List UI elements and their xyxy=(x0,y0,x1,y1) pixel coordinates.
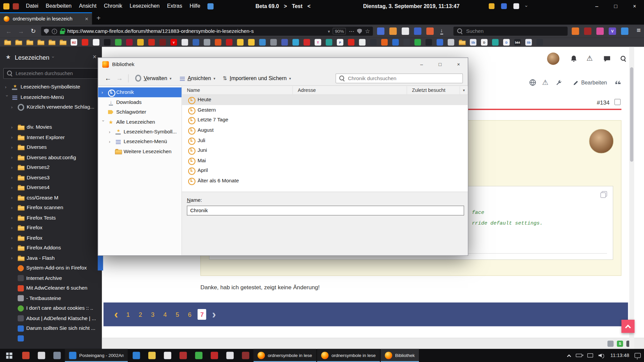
library-tree-item[interactable]: › Lesezeichen-Symboll... xyxy=(98,127,182,136)
extension-icon[interactable] xyxy=(572,27,579,35)
bookmark-toolbar-icon[interactable] xyxy=(370,39,377,46)
bookmark-toolbar-icon[interactable] xyxy=(426,39,432,46)
sidebar-bookmark-item[interactable]: System-Add-ons in Firefox xyxy=(0,263,101,273)
column-visited[interactable]: Zuletzt besucht xyxy=(407,86,460,94)
pagination-page[interactable]: 2 xyxy=(136,309,145,320)
sidebar-bookmark-item[interactable]: › Firefox Tests xyxy=(0,213,101,223)
menubar-menu[interactable]: Hilfe xyxy=(186,0,204,12)
chat-icon[interactable] xyxy=(603,55,611,63)
library-forward-button[interactable]: → xyxy=(115,74,124,82)
warning-icon[interactable]: ⚠ xyxy=(542,79,548,86)
bell-icon[interactable] xyxy=(570,55,578,63)
history-group-row[interactable]: Gestern xyxy=(182,105,468,115)
search-input[interactable] xyxy=(466,28,565,34)
bookmark-toolbar-icon[interactable]: V xyxy=(170,39,177,46)
library-tree-item[interactable]: Downloads xyxy=(98,97,182,107)
globe-icon[interactable] xyxy=(529,79,536,88)
bookmark-toolbar-icon[interactable] xyxy=(26,39,33,46)
extension-icon[interactable] xyxy=(377,27,384,35)
url-bar[interactable]: i https://www.camp-firefox.de/forum/them… xyxy=(41,27,373,36)
url-dropdown-icon[interactable]: ▾ xyxy=(328,29,330,33)
library-search[interactable] xyxy=(335,73,463,83)
zoom-level[interactable]: 90% xyxy=(333,28,346,35)
sidebar-bookmark-item[interactable]: I don't care about cookies :: .. xyxy=(0,303,101,313)
taskbar-item[interactable]: ordnersymbole in lese... xyxy=(254,349,316,362)
status-icon[interactable] xyxy=(607,341,613,347)
library-tree-item[interactable]: › Chronik xyxy=(98,87,182,97)
expand-chevron-icon[interactable]: › xyxy=(109,139,113,144)
wrench-icon[interactable] xyxy=(555,79,562,88)
pocket-shield-icon[interactable] xyxy=(357,28,362,34)
extension-icon[interactable] xyxy=(596,27,604,35)
bookmark-toolbar-icon[interactable] xyxy=(448,39,454,46)
sidebar-bookmark-item[interactable]: › Diverses xyxy=(0,142,101,153)
next-page-icon[interactable]: › xyxy=(212,309,216,320)
titlebar-extension-icon[interactable] xyxy=(489,3,494,9)
quote-icon[interactable] xyxy=(614,79,621,87)
extension-icon[interactable] xyxy=(426,27,434,35)
bookmark-star-icon[interactable]: ☆ xyxy=(365,28,370,35)
taskbar-item[interactable] xyxy=(238,349,254,362)
sidebar-title[interactable]: Lesezeichen xyxy=(15,54,49,61)
titlebar-extension-icon[interactable] xyxy=(514,3,519,9)
extension-icon[interactable] xyxy=(621,27,628,35)
battery-icon[interactable] xyxy=(576,354,582,357)
status-icon[interactable]: S xyxy=(617,341,623,347)
sidebar-bookmark-item[interactable]: › Diverses4 xyxy=(0,183,101,193)
bookmark-toolbar-icon[interactable] xyxy=(48,39,55,46)
search-icon[interactable] xyxy=(620,55,627,63)
expand-chevron-icon[interactable]: › xyxy=(11,155,15,160)
bookmark-toolbar-icon[interactable] xyxy=(237,39,244,46)
expand-chevron-icon[interactable]: › xyxy=(11,135,15,139)
import-backup-menu-button[interactable]: ⇅ Importieren und Sichern ▾ xyxy=(220,73,294,83)
warning-icon[interactable]: ⚠ xyxy=(587,55,593,62)
chevron-down-icon[interactable]: › xyxy=(524,5,529,7)
downloads-icon[interactable]: ↓ xyxy=(440,28,443,35)
history-group-row[interactable]: Heute xyxy=(182,95,468,105)
pagination-page[interactable]: 7 xyxy=(198,309,206,320)
history-group-row[interactable]: Juli xyxy=(182,135,468,145)
volume-icon[interactable] xyxy=(598,353,605,358)
menubar-menu[interactable]: Chronik xyxy=(100,0,126,12)
bookmark-toolbar-icon[interactable] xyxy=(226,39,232,46)
expand-chevron-icon[interactable]: › xyxy=(5,85,9,89)
url-text[interactable]: https://www.camp-firefox.de/forum/thema/… xyxy=(67,28,325,34)
bookmark-toolbar-icon[interactable] xyxy=(204,39,210,46)
bookmark-toolbar-icon[interactable] xyxy=(381,39,388,46)
bookmark-toolbar-icon[interactable] xyxy=(15,39,22,46)
sidebar-switcher-icon[interactable]: › xyxy=(51,56,56,58)
library-tree-item[interactable]: › Alle Lesezeichen xyxy=(98,117,182,127)
extension-icon[interactable] xyxy=(584,27,591,35)
expand-chevron-icon[interactable]: › xyxy=(11,205,15,210)
sidebar-bookmark-item[interactable]: › Diverses2 xyxy=(0,163,101,173)
expand-chevron-icon[interactable]: › xyxy=(11,226,15,230)
history-group-row[interactable]: August xyxy=(182,125,468,135)
expand-chevron-icon[interactable]: › xyxy=(109,129,113,134)
expand-chevron-icon[interactable]: › xyxy=(11,125,15,129)
network-icon[interactable] xyxy=(587,353,593,357)
bookmark-toolbar-icon[interactable] xyxy=(104,39,111,46)
bookmark-toolbar-icon[interactable] xyxy=(403,39,410,46)
bookmark-toolbar-icon[interactable]: BZ xyxy=(71,39,77,46)
column-name[interactable]: Name xyxy=(182,86,293,94)
tracking-shield-icon[interactable] xyxy=(44,28,49,34)
sidebar-bookmark-item[interactable]: › Internet Explorer xyxy=(0,132,101,142)
page-scrollbar[interactable] xyxy=(629,47,634,349)
reload-button[interactable]: ↻ xyxy=(27,26,40,37)
expand-chevron-icon[interactable]: › xyxy=(11,195,15,200)
bookmark-toolbar-icon[interactable] xyxy=(359,39,366,46)
expand-chevron-icon[interactable]: › xyxy=(11,105,15,109)
post-author-avatar[interactable] xyxy=(589,129,613,153)
menubar-menu[interactable]: Extras xyxy=(163,0,186,12)
expand-chevron-icon[interactable]: › xyxy=(11,165,15,170)
taskbar-item[interactable]: Bibliothek xyxy=(381,349,419,362)
taskbar-item[interactable] xyxy=(160,349,175,362)
sidebar-bookmark-item[interactable]: › Java - Flash xyxy=(0,253,101,263)
taskbar-item[interactable] xyxy=(191,349,207,362)
minimize-button[interactable]: – xyxy=(587,0,606,12)
sidebar-bookmark-item[interactable] xyxy=(0,334,101,344)
taskbar-item[interactable]: ordnersymbole in lese... xyxy=(317,349,380,362)
site-info-icon[interactable]: i xyxy=(52,28,57,34)
bookmark-toolbar-icon[interactable] xyxy=(248,39,255,46)
forward-button[interactable]: → xyxy=(15,26,27,37)
